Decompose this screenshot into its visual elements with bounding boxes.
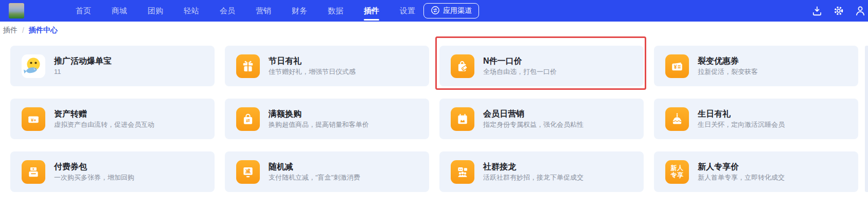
gift-icon — [236, 54, 260, 78]
nav-item-lite-site[interactable]: 轻站 — [184, 0, 199, 22]
newcomer-badge-icon: 新人 专享 — [665, 160, 689, 184]
nav-item-marketing[interactable]: 营销 — [256, 0, 271, 22]
card-title: N件一口价 — [483, 56, 557, 66]
breadcrumb-plugin-center: 插件中心 — [29, 26, 58, 35]
bag-price-tag-icon — [451, 54, 474, 78]
swap-circle-icon — [431, 6, 440, 16]
card-subtitle: 换购超值商品，提高销量和客单价 — [269, 121, 369, 128]
plugin-card-asset-transfer[interactable]: ¥» 资产转赠 虚拟资产自由流转，促进会员互动 — [10, 99, 215, 139]
plugin-card-fission-coupon[interactable]: ¥ 裂变优惠券 拉新促活，裂变获客 — [654, 46, 858, 86]
nav-item-settings[interactable]: 设置 — [400, 0, 415, 22]
plugin-card-newcomer-price[interactable]: 新人 专享 新人专享价 新人首单专享，立即转化成交 — [654, 151, 858, 192]
card-title: 社群接龙 — [483, 162, 583, 171]
site-logo[interactable] — [9, 3, 24, 18]
card-title: 节日有礼 — [269, 56, 356, 66]
random-discount-icon: 减 — [236, 160, 260, 184]
card-title: 会员日营销 — [483, 109, 583, 119]
nav-item-home[interactable]: 首页 — [76, 0, 91, 22]
card-title: 随机减 — [269, 162, 360, 171]
nav-item-members[interactable]: 会员 — [220, 0, 235, 22]
breadcrumb-plugins[interactable]: 插件 — [3, 26, 17, 35]
breadcrumb: 插件 / 插件中心 — [0, 22, 868, 39]
user-icon[interactable] — [855, 5, 866, 16]
svg-text:¥: ¥ — [674, 64, 677, 70]
nav-item-finance[interactable]: 财务 — [292, 0, 307, 22]
download-icon[interactable] — [811, 5, 823, 16]
card-title: 生日有礼 — [698, 109, 785, 119]
community-group-icon — [451, 160, 474, 184]
coupon-pack-icon: ¥ — [22, 160, 45, 184]
svg-text:减: 减 — [245, 168, 251, 174]
card-subtitle: 一次购买多张券，增加回购 — [54, 174, 134, 181]
nav-item-plugins[interactable]: 插件 — [364, 0, 379, 22]
birthday-cake-icon — [665, 107, 689, 131]
plugin-card-spend-and-redeem[interactable]: ⇄ 满额换购 换购超值商品，提高销量和客单价 — [225, 99, 429, 139]
transfer-yen-icon: ¥» — [22, 107, 45, 131]
plugin-center-page: 首页 商城 团购 轻站 会员 营销 财务 数据 插件 设置 应用渠道 — [0, 0, 868, 211]
card-title: 满额换购 — [269, 109, 369, 119]
scrollbar-thumb[interactable] — [865, 46, 868, 192]
nav-item-data[interactable]: 数据 — [328, 0, 343, 22]
settings-gear-icon[interactable] — [833, 5, 844, 16]
main-nav: 首页 商城 团购 轻站 会员 营销 财务 数据 插件 设置 — [76, 0, 415, 22]
card-title: 裂变优惠券 — [698, 56, 758, 66]
svg-text:¥»: ¥» — [31, 117, 36, 122]
plugin-grid: 推广活动爆单宝 11 节日有礼 佳节赠好礼，增强节日仪式感 — [10, 46, 858, 192]
calendar-crown-icon — [451, 107, 474, 131]
breadcrumb-separator: / — [22, 26, 24, 34]
newcomer-badge-line2: 专享 — [671, 172, 684, 179]
top-navbar: 首页 商城 团购 轻站 会员 营销 财务 数据 插件 设置 应用渠道 — [0, 0, 868, 22]
app-channel-label: 应用渠道 — [443, 6, 472, 15]
card-title: 资产转赠 — [54, 109, 154, 119]
plugin-card-birthday-gift[interactable]: 生日有礼 生日关怀，定向激活沉睡会员 — [654, 99, 858, 139]
card-subtitle: 生日关怀，定向激活沉睡会员 — [698, 121, 785, 128]
card-subtitle: 拉新促活，裂变获客 — [698, 68, 758, 75]
plugin-card-paid-coupon-pack[interactable]: ¥ 付费券包 一次购买多张券，增加回购 — [10, 151, 215, 192]
plugin-card-member-day-marketing[interactable]: 会员日营销 指定身份专属权益，强化会员粘性 — [439, 99, 644, 139]
app-channel-button[interactable]: 应用渠道 — [423, 3, 479, 18]
card-subtitle: 全场自由选，打包一口价 — [483, 68, 557, 75]
newcomer-badge-line1: 新人 — [671, 165, 684, 172]
plugin-card-random-discount[interactable]: 减 随机减 支付随机立减，"盲盒"刺激消费 — [225, 151, 429, 192]
card-subtitle: 支付随机立减，"盲盒"刺激消费 — [269, 174, 360, 181]
plugin-card-community-chain[interactable]: 社群接龙 活跃社群有妙招，接龙下单促成交 — [439, 151, 644, 192]
card-subtitle: 佳节赠好礼，增强节日仪式感 — [269, 68, 356, 75]
bag-exchange-icon: ⇄ — [236, 107, 260, 131]
plugin-card-n-items-fixed-price[interactable]: N件一口价 全场自由选，打包一口价 — [439, 46, 644, 86]
card-subtitle: 指定身份专属权益，强化会员粘性 — [483, 121, 583, 128]
plugin-card-festival-gift[interactable]: 节日有礼 佳节赠好礼，增强节日仪式感 — [225, 46, 429, 86]
card-subtitle: 虚拟资产自由流转，促进会员互动 — [54, 121, 154, 128]
coupon-yen-icon: ¥ — [665, 54, 689, 78]
navbar-actions — [811, 5, 868, 16]
card-subtitle: 活跃社群有妙招，接龙下单促成交 — [483, 174, 583, 181]
nav-item-mall[interactable]: 商城 — [112, 0, 127, 22]
svg-text:⇄: ⇄ — [246, 118, 250, 123]
face-with-fish-emoji-icon — [22, 54, 45, 78]
card-title: 付费券包 — [54, 162, 134, 171]
nav-item-groupbuy[interactable]: 团购 — [148, 0, 163, 22]
card-title: 新人专享价 — [698, 162, 785, 171]
card-subtitle: 11 — [54, 68, 112, 75]
plugin-card-promo-booster[interactable]: 推广活动爆单宝 11 — [10, 46, 215, 86]
card-subtitle: 新人首单专享，立即转化成交 — [698, 174, 785, 181]
card-title: 推广活动爆单宝 — [54, 56, 112, 66]
